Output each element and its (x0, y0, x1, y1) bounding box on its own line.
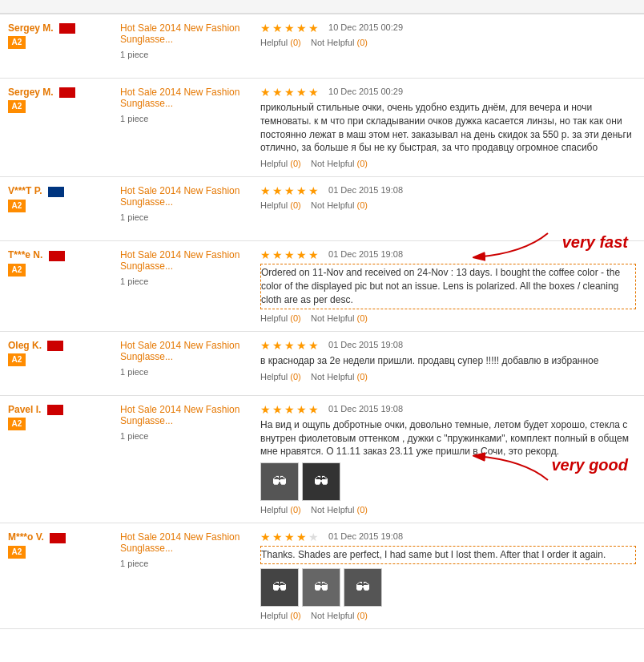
feedback-meta: ★★★★★ 01 Dec 2015 19:08 (260, 340, 636, 351)
buyer-name[interactable]: Sergey M. (8, 22, 54, 34)
arrow-annotation (460, 452, 556, 486)
star-rating: ★★★★★ (260, 22, 320, 34)
buyer-column: M***o V. A2 (8, 531, 120, 620)
transaction-column: Hot Sale 2014 New Fashion Sunglasse... 1… (120, 340, 260, 387)
table-row: M***o V. A2 Hot Sale 2014 New Fashion Su… (0, 523, 644, 629)
helpful-row: Helpful (0) Not Helpful (0) (260, 611, 636, 620)
star-icon: ★ (284, 22, 296, 34)
transaction-column: Hot Sale 2014 New Fashion Sunglasse... 1… (120, 249, 260, 322)
not-helpful-button[interactable]: (0) (356, 313, 367, 323)
helpful-button[interactable]: (0) (290, 611, 300, 620)
helpful-button[interactable]: (0) (290, 313, 300, 323)
not-helpful-label: Not Helpful (311, 372, 356, 381)
star-icon: ★ (272, 185, 284, 196)
star-icon: ★ (296, 531, 308, 543)
buyer-name[interactable]: T***e N. (8, 249, 42, 260)
review-thumb[interactable]: 🕶 (260, 568, 299, 607)
buyer-column: Sergey M. A2 (8, 22, 120, 70)
flag-icon (49, 251, 65, 261)
helpful-label: Helpful (260, 505, 290, 515)
product-name[interactable]: Hot Sale 2014 New Fashion Sunglasse... (120, 22, 256, 45)
star-icon: ★ (260, 87, 272, 98)
review-thumb[interactable]: 🕶 (302, 568, 340, 607)
table-row: Sergey M. A2 Hot Sale 2014 New Fashion S… (0, 79, 644, 177)
feedback-column: ★★★★★ 01 Dec 2015 19:08 в краснодар за 2… (260, 340, 636, 387)
star-icon: ★ (308, 249, 320, 260)
product-name[interactable]: Hot Sale 2014 New Fashion Sunglasse... (120, 404, 256, 426)
star-icon: ★ (260, 22, 272, 34)
review-thumb[interactable]: 🕶 (260, 462, 299, 501)
not-helpful-button[interactable]: (0) (356, 611, 367, 620)
star-icon: ★ (272, 87, 284, 98)
star-icon: ★ (284, 531, 296, 543)
buyer-badge: A2 (8, 418, 26, 430)
buyer-badge: A2 (8, 546, 26, 559)
star-rating: ★★★★★ (260, 340, 320, 351)
star-icon: ★ (260, 340, 272, 351)
feedback-column: ★★★★★ 01 Dec 2015 19:08 Helpful (0) Not … (260, 185, 636, 232)
star-icon: ★ (260, 185, 272, 196)
star-icon: ★ (272, 531, 284, 543)
helpful-button[interactable]: (0) (290, 200, 300, 210)
star-icon: ★ (308, 340, 320, 351)
not-helpful-button[interactable]: (0) (356, 159, 367, 168)
star-icon: ★ (308, 404, 320, 415)
not-helpful-button[interactable]: (0) (356, 372, 367, 381)
feedback-column: ★★★★★ 01 Dec 2015 19:08 На вид и ощупь д… (260, 404, 636, 515)
buyer-name[interactable]: M***o V. (8, 531, 44, 543)
buyer-badge: A2 (8, 264, 26, 277)
transaction-column: Hot Sale 2014 New Fashion Sunglasse... 1… (120, 185, 260, 232)
quantity: 1 piece (120, 114, 256, 123)
buyer-name[interactable]: V***T P. (8, 185, 42, 196)
flag-icon (59, 87, 75, 98)
feedback-table: Sergey M. A2 Hot Sale 2014 New Fashion S… (0, 0, 644, 629)
buyer-name[interactable]: Sergey M. (8, 87, 54, 98)
arrow-annotation (460, 229, 556, 264)
feedback-text: прикольный стильные очки, очень удобно е… (260, 101, 636, 155)
review-thumb[interactable]: 🕶 (302, 462, 340, 501)
flag-icon (47, 405, 63, 415)
not-helpful-button[interactable]: (0) (356, 200, 367, 210)
star-icon: ★ (284, 404, 296, 415)
star-icon: ★ (296, 185, 308, 196)
helpful-row: Helpful (0) Not Helpful (0) (260, 313, 636, 323)
star-icon: ★ (284, 340, 296, 351)
helpful-button[interactable]: (0) (290, 372, 300, 381)
helpful-button[interactable]: (0) (290, 159, 300, 168)
star-icon: ★ (296, 340, 308, 351)
helpful-label: Helpful (260, 200, 290, 210)
review-images: 🕶 🕶 🕶 (260, 568, 636, 607)
star-icon: ★ (308, 531, 320, 543)
feedback-text: Thanks. Shades are perfect, I had same b… (260, 546, 636, 564)
helpful-button[interactable]: (0) (290, 38, 300, 47)
quantity: 1 piece (120, 431, 256, 441)
not-helpful-button[interactable]: (0) (356, 505, 367, 515)
feedback-date: 10 Dec 2015 00:29 (328, 87, 403, 96)
star-icon: ★ (296, 22, 308, 34)
product-name[interactable]: Hot Sale 2014 New Fashion Sunglasse... (120, 185, 256, 208)
product-name[interactable]: Hot Sale 2014 New Fashion Sunglasse... (120, 340, 256, 362)
buyer-name[interactable]: Pavel I. (8, 404, 41, 415)
feedback-date: 01 Dec 2015 19:08 (328, 340, 403, 349)
buyer-column: Pavel I. A2 (8, 404, 120, 515)
product-name[interactable]: Hot Sale 2014 New Fashion Sunglasse... (120, 87, 256, 109)
buyer-badge: A2 (8, 100, 26, 113)
helpful-label: Helpful (260, 38, 290, 47)
transaction-column: Hot Sale 2014 New Fashion Sunglasse... 1… (120, 404, 260, 515)
product-name[interactable]: Hot Sale 2014 New Fashion Sunglasse... (120, 249, 256, 272)
review-thumb[interactable]: 🕶 (344, 568, 382, 607)
helpful-button[interactable]: (0) (290, 505, 300, 515)
feedback-text: Ordered on 11-Nov and received on 24-Nov… (260, 264, 636, 309)
not-helpful-button[interactable]: (0) (356, 38, 367, 47)
table-row: Oleg K. A2 Hot Sale 2014 New Fashion Sun… (0, 332, 644, 396)
helpful-row: Helpful (0) Not Helpful (0) (260, 372, 636, 381)
feedback-date: 01 Dec 2015 19:08 (328, 404, 403, 414)
helpful-label: Helpful (260, 372, 290, 381)
star-icon: ★ (308, 185, 320, 196)
star-icon: ★ (284, 185, 296, 196)
flag-icon (47, 341, 63, 351)
star-rating: ★★★★★ (260, 87, 320, 98)
star-icon: ★ (308, 22, 320, 34)
buyer-name[interactable]: Oleg K. (8, 340, 42, 351)
product-name[interactable]: Hot Sale 2014 New Fashion Sunglasse... (120, 531, 256, 554)
